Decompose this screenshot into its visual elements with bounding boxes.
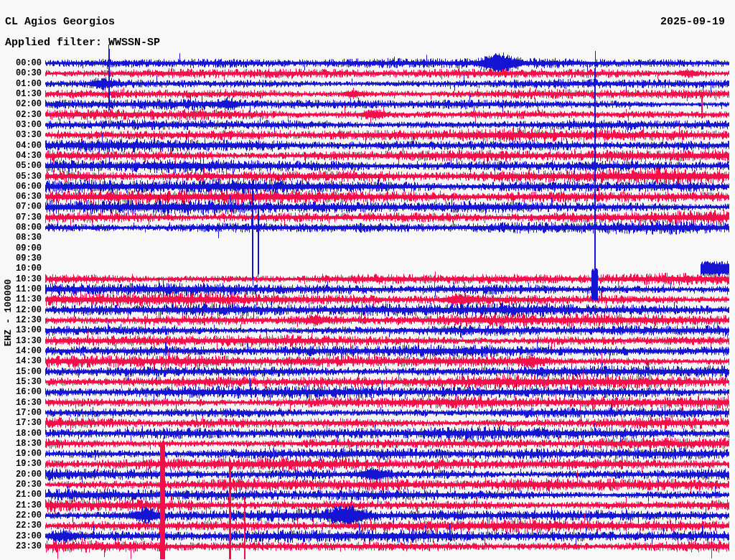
- time-label: 17:30: [1, 418, 42, 428]
- time-label: 06:00: [1, 182, 42, 192]
- time-label: 16:30: [1, 398, 42, 408]
- time-label: 13:00: [1, 325, 42, 335]
- time-label: 20:00: [1, 470, 42, 480]
- time-label: 02:00: [1, 99, 42, 109]
- time-label: 06:30: [1, 192, 42, 202]
- time-label: 16:00: [1, 387, 42, 397]
- time-label: 00:00: [1, 58, 42, 68]
- time-label: 02:30: [1, 110, 42, 120]
- time-label: 00:30: [1, 68, 42, 78]
- time-label: 15:00: [1, 367, 42, 377]
- time-label: 15:30: [1, 377, 42, 387]
- time-label: 01:00: [1, 79, 42, 89]
- date-label: 2025-09-19: [660, 16, 725, 28]
- time-label: 19:30: [1, 459, 42, 469]
- time-label: 01:30: [1, 89, 42, 99]
- time-label: 12:00: [1, 305, 42, 315]
- time-label: 05:30: [1, 172, 42, 182]
- time-label: 09:30: [1, 253, 42, 263]
- time-label: 09:00: [1, 243, 42, 253]
- time-label: 19:00: [1, 449, 42, 459]
- time-label: 07:00: [1, 202, 42, 212]
- helicorder-page: CL Agios Georgios 2025-09-19 Applied fil…: [0, 0, 735, 560]
- time-label: 21:30: [1, 500, 42, 510]
- time-label: 13:30: [1, 336, 42, 346]
- time-label: 18:00: [1, 429, 42, 439]
- time-label: 08:30: [1, 233, 42, 243]
- time-label: 18:30: [1, 439, 42, 449]
- time-label: 14:00: [1, 346, 42, 356]
- helicorder-canvas: [0, 0, 735, 560]
- time-label: 22:30: [1, 521, 42, 531]
- time-label: 22:00: [1, 510, 42, 521]
- time-label: 20:30: [1, 480, 42, 490]
- time-axis: 00:0000:3001:0001:3002:0002:3003:0003:30…: [0, 0, 43, 560]
- time-label: 14:30: [1, 356, 42, 366]
- time-label: 10:00: [1, 263, 42, 274]
- time-label: 04:00: [1, 141, 42, 151]
- time-label: 17:00: [1, 408, 42, 418]
- time-label: 21:00: [1, 490, 42, 500]
- time-label: 11:00: [1, 284, 42, 294]
- time-label: 23:00: [1, 531, 42, 541]
- time-label: 11:30: [1, 294, 42, 304]
- time-label: 03:00: [1, 120, 42, 130]
- time-label: 23:30: [1, 541, 42, 551]
- time-label: 10:30: [1, 274, 42, 284]
- time-label: 07:30: [1, 213, 42, 223]
- time-label: 04:30: [1, 151, 42, 161]
- time-label: 05:00: [1, 161, 42, 171]
- time-label: 08:00: [1, 223, 42, 233]
- time-label: 12:30: [1, 315, 42, 325]
- time-label: 03:30: [1, 130, 42, 140]
